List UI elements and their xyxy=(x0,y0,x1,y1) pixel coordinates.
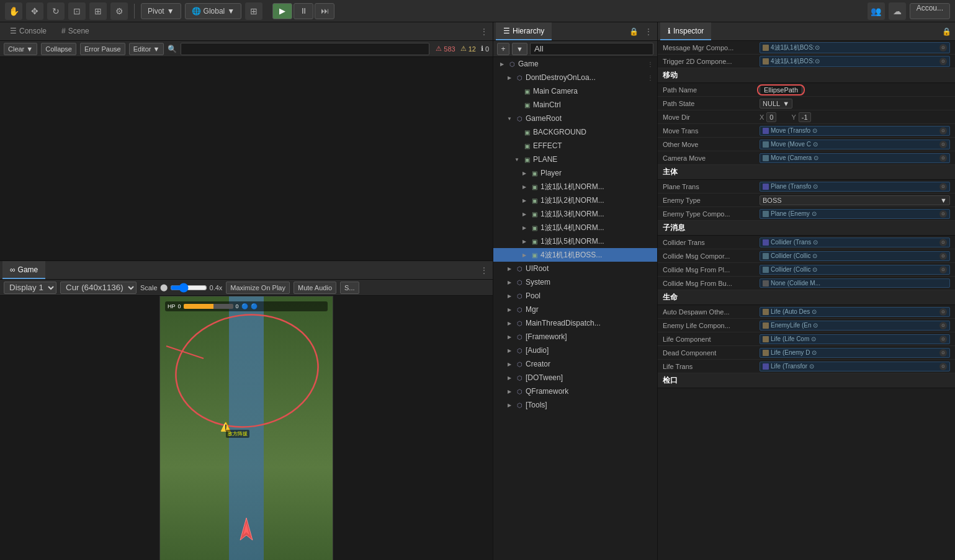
row-enemy-type-compo[interactable]: Enemy Type Compo... Plane (Enemy ⊙ ⊙ xyxy=(658,207,955,221)
console-search-input[interactable] xyxy=(181,43,429,55)
cloud-icon[interactable]: ☁ xyxy=(889,2,906,20)
expand-gameroot[interactable]: ▼ xyxy=(506,115,513,122)
component-row-trigger[interactable]: Trigger 2D Compone... 4波1队1机BOS:⊙ ⊙ xyxy=(658,55,955,68)
hier-item-wave1-5[interactable]: ▶ ▣ 1波1队5机NORM... xyxy=(493,234,657,248)
expand-tools[interactable]: ▶ xyxy=(506,401,513,409)
component-row-msgmgr[interactable]: Message Mgr Compo... 4波1队1机BOS:⊙ ⊙ xyxy=(658,41,955,55)
hierarchy-menu-icon[interactable]: ⋮ xyxy=(642,25,655,38)
hier-item-tools[interactable]: ▶ ⬡ [Tools] xyxy=(493,398,657,412)
hier-item-effect[interactable]: ▶ ▣ EFFECT xyxy=(493,139,657,153)
move-tool-icon[interactable]: ✥ xyxy=(26,2,43,20)
move-dir-x[interactable]: 0 xyxy=(766,112,776,122)
hier-item-mgr[interactable]: ▶ ⬡ Mgr xyxy=(493,303,657,316)
life-compo-eye[interactable]: ⊙ xyxy=(939,336,947,343)
expand-audio[interactable]: ▶ xyxy=(506,347,513,354)
hand-tool-icon[interactable]: ✋ xyxy=(5,2,22,20)
expand-pool[interactable]: ▶ xyxy=(506,292,513,300)
hier-item-wave1-1[interactable]: ▶ ▣ 1波1队1机NORM... xyxy=(493,180,657,193)
expand-mainthreaddispatch[interactable]: ▶ xyxy=(506,319,513,327)
display-select[interactable]: Display 1 xyxy=(4,282,56,294)
editor-dropdown[interactable]: Editor ▼ xyxy=(129,43,164,55)
row-collide-msg[interactable]: Collide Msg Compor... Collider (Collic ⊙… xyxy=(658,249,955,263)
expand-qframework[interactable]: ▶ xyxy=(506,388,513,395)
trigger-value[interactable]: 4波1队1机BOS:⊙ ⊙ xyxy=(760,56,950,67)
tab-hierarchy[interactable]: ☰ Hierarchy xyxy=(496,22,552,40)
error-pause-button[interactable]: Error Pause xyxy=(80,43,125,55)
error-count[interactable]: ⚠ 583 xyxy=(436,45,455,53)
step-button[interactable]: ⏭ xyxy=(315,3,334,19)
snap-icon[interactable]: ⊞ xyxy=(245,2,262,20)
enemy-type-compo-eye[interactable]: ⊙ xyxy=(939,210,947,218)
expand-player[interactable]: ▶ xyxy=(521,169,528,177)
console-panel-menu[interactable]: ⋮ xyxy=(478,25,490,38)
expand-mgr[interactable]: ▶ xyxy=(506,306,513,313)
account-button[interactable]: Accou... xyxy=(910,3,950,19)
row-dead-compo[interactable]: Dead Component Life (Enemy D ⊙ ⊙ xyxy=(658,346,955,360)
expand-uiroot[interactable]: ▶ xyxy=(506,265,513,272)
hier-item-background[interactable]: ▶ ▣ BACKGROUND xyxy=(493,125,657,139)
msgmgr-value[interactable]: 4波1队1机BOS:⊙ ⊙ xyxy=(760,42,950,53)
hierarchy-dropdown-button[interactable]: ▼ xyxy=(512,43,527,55)
camera-move-value[interactable]: Move (Camera ⊙ ⊙ xyxy=(760,153,950,163)
hier-item-wave1-3[interactable]: ▶ ▣ 1波1队3机NORM... xyxy=(493,207,657,221)
hier-menu-dontdestroy[interactable]: ⋮ xyxy=(647,74,657,81)
row-path-state[interactable]: Path State NULL ▼ xyxy=(658,97,955,110)
move-trans-value[interactable]: Move (Transfo ⊙ ⊙ xyxy=(760,126,950,136)
expand-creator[interactable]: ▶ xyxy=(506,360,513,368)
collide-msg-from-pl-value[interactable]: Collider (Collic ⊙ ⊙ xyxy=(760,265,950,275)
hier-item-uiroot[interactable]: ▶ ⬡ UIRoot xyxy=(493,262,657,275)
expand-dontdestroy[interactable]: ▶ xyxy=(506,74,513,81)
row-plane-trans[interactable]: Plane Trans Plane (Transfo ⊙ ⊙ xyxy=(658,180,955,193)
info-count[interactable]: ℹ 0 xyxy=(481,45,489,53)
expand-wave1-2[interactable]: ▶ xyxy=(521,197,528,204)
life-trans-eye[interactable]: ⊙ xyxy=(939,363,947,370)
hierarchy-search-input[interactable] xyxy=(530,43,653,55)
expand-wave1-3[interactable]: ▶ xyxy=(521,210,528,218)
hier-item-dottween[interactable]: ▶ ⬡ [DOTween] xyxy=(493,371,657,384)
hier-item-pool[interactable]: ▶ ⬡ Pool xyxy=(493,289,657,303)
expand-framework[interactable]: ▶ xyxy=(506,333,513,340)
row-camera-move[interactable]: Camera Move Move (Camera ⊙ ⊙ xyxy=(658,151,955,165)
collab-icon[interactable]: 👥 xyxy=(868,2,885,20)
hier-item-player[interactable]: ▶ ▣ Player xyxy=(493,166,657,180)
life-compo-value[interactable]: Life (Life Com ⊙ ⊙ xyxy=(760,334,950,344)
collide-msg-from-bu-value[interactable]: None (Collide M... xyxy=(760,278,950,288)
collider-trans-value[interactable]: Collider (Trans ⊙ ⊙ xyxy=(760,238,950,247)
clear-button[interactable]: Clear ▼ xyxy=(4,43,37,55)
collide-msg-eye[interactable]: ⊙ xyxy=(939,252,947,260)
hier-item-game[interactable]: ▶ ⬡ Game ⋮ xyxy=(493,57,657,71)
expand-wave1-4[interactable]: ▶ xyxy=(521,224,528,231)
hier-item-wave1-2[interactable]: ▶ ▣ 1波1队2机NORM... xyxy=(493,193,657,207)
row-life-trans[interactable]: Life Trans Life (Transfor ⊙ ⊙ xyxy=(658,360,955,373)
row-enemy-life-compo[interactable]: Enemy Life Compon... EnemyLife (En ⊙ ⊙ xyxy=(658,319,955,332)
expand-dottween[interactable]: ▶ xyxy=(506,374,513,381)
mute-button[interactable]: Mute Audio xyxy=(294,282,336,294)
expand-wave1-1[interactable]: ▶ xyxy=(521,183,528,190)
row-enemy-type[interactable]: Enemy Type BOSS ▼ xyxy=(658,193,955,207)
resolution-select[interactable]: Cur (640x1136) xyxy=(60,282,137,294)
move-trans-eye[interactable]: ⊙ xyxy=(939,127,947,135)
hier-item-boss[interactable]: ▶ ▣ 4波1机1机BOSS... xyxy=(493,248,657,262)
plane-trans-value[interactable]: Plane (Transfo ⊙ ⊙ xyxy=(760,182,950,192)
hier-item-maincamera[interactable]: ▶ ▣ Main Camera xyxy=(493,84,657,98)
hier-menu-game[interactable]: ⋮ xyxy=(647,61,657,68)
row-collider-trans[interactable]: Collider Trans Collider (Trans ⊙ ⊙ xyxy=(658,236,955,249)
collapse-button[interactable]: Collapse xyxy=(41,43,76,55)
hier-item-wave1-4[interactable]: ▶ ▣ 1波1队4机NORM... xyxy=(493,221,657,234)
collide-msg-from-pl-eye[interactable]: ⊙ xyxy=(939,266,947,273)
tab-game[interactable]: ∞ Game xyxy=(2,261,45,279)
life-trans-value[interactable]: Life (Transfor ⊙ ⊙ xyxy=(760,362,950,371)
path-name-box[interactable]: EllipsePath xyxy=(760,85,802,95)
path-state-dropdown[interactable]: NULL ▼ xyxy=(760,99,792,109)
hierarchy-lock-icon[interactable]: 🔒 xyxy=(627,25,640,38)
enemy-life-compo-eye[interactable]: ⊙ xyxy=(939,322,947,329)
tab-inspector[interactable]: ℹ Inspector xyxy=(660,22,711,40)
rect-tool-icon[interactable]: ⊞ xyxy=(89,2,107,20)
hierarchy-add-button[interactable]: + xyxy=(497,43,509,55)
row-move-trans[interactable]: Move Trans Move (Transfo ⊙ ⊙ xyxy=(658,124,955,138)
hier-item-framework[interactable]: ▶ ⬡ [Framework] xyxy=(493,330,657,344)
expand-wave1-5[interactable]: ▶ xyxy=(521,238,528,245)
row-auto-despawn[interactable]: Auto Despawn Othe... Life (Auto Des ⊙ ⊙ xyxy=(658,305,955,319)
hier-item-plane[interactable]: ▼ ▣ PLANE xyxy=(493,153,657,166)
enemy-life-compo-value[interactable]: EnemyLife (En ⊙ ⊙ xyxy=(760,321,950,331)
